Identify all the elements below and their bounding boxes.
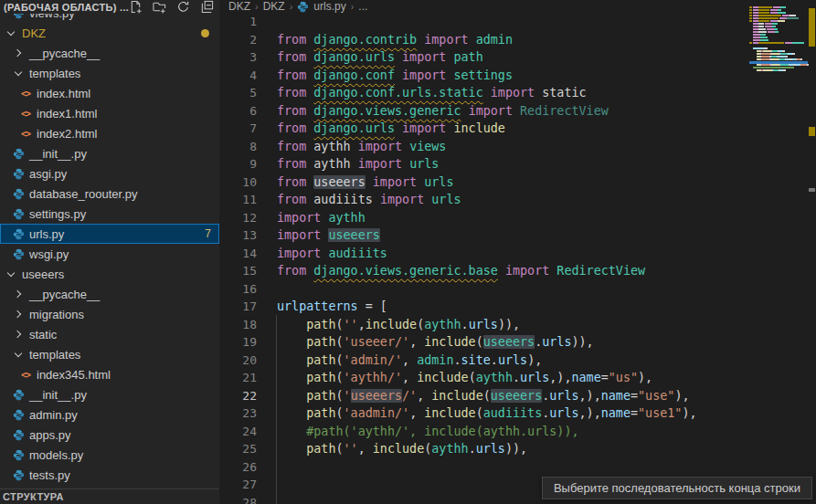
tree-item-migrations[interactable]: migrations [0, 304, 219, 324]
code-line: 6from django.views.generic import Redire… [219, 102, 816, 121]
outline-label: СТРУКТУРА [3, 491, 64, 502]
tree-item-dkz[interactable]: DKZ [0, 23, 219, 43]
tree-item-label: __pycache__ [29, 288, 100, 301]
line-number: 15 [219, 262, 257, 280]
python-file-icon [11, 389, 26, 401]
tree-item-useeers[interactable]: useeers [0, 264, 219, 284]
breadcrumb-separator: › [351, 1, 355, 12]
collapse-all-icon[interactable] [200, 0, 214, 14]
code-line: 16 [219, 280, 816, 299]
tree-item-label: useeers [22, 268, 64, 281]
line-number: 16 [219, 280, 257, 299]
code-area[interactable]: 12from django.contrib import admin3from … [219, 13, 816, 504]
breadcrumb-separator: › [290, 1, 293, 12]
code-line: 5from django.conf.urls.static import sta… [219, 84, 816, 102]
tree-item-urls-py[interactable]: urls.py7 [0, 224, 219, 244]
code-line: 20 path('admin/', admin.site.urls), [219, 352, 816, 370]
new-file-icon[interactable] [129, 0, 143, 14]
line-number: 17 [219, 298, 257, 316]
tree-item-tests-py[interactable]: tests.py [0, 465, 219, 485]
tree-item-label: urls.py [29, 227, 64, 241]
code-line: 3from django.urls import path [219, 48, 816, 67]
tree-item--init-py[interactable]: __init__.py [0, 384, 219, 404]
breadcrumb-item[interactable]: urls.py [313, 0, 345, 13]
chevron-expanded-icon [7, 27, 15, 35]
tree-item-label: static [29, 328, 57, 341]
code-line: 11from audiiits import urls [219, 191, 816, 209]
line-number: 26 [219, 458, 257, 477]
tree-item-models-py[interactable]: models.py [0, 445, 219, 465]
code-text: from django.views.generic import Redirec… [277, 102, 609, 121]
tree-item-templates[interactable]: templates [0, 344, 219, 364]
tree-item-label: index2.html [37, 127, 97, 141]
tree-item-label: admin.py [29, 408, 78, 422]
python-file-icon [11, 208, 26, 220]
tree-item-admin-py[interactable]: admin.py [0, 404, 219, 425]
chevron-expanded-icon [15, 68, 22, 75]
tree-item-index2-html[interactable]: <>index2.html [0, 123, 219, 143]
workspace-section-header[interactable]: (РАБОЧАЯ ОБЛАСТЬ) ... [0, 0, 219, 14]
line-number: 9 [219, 155, 257, 173]
tree-item-asgi-py[interactable]: asgi.py [0, 163, 219, 184]
explorer-sidebar: views.pyDKZ__pycache__templates<>index.h… [0, 0, 219, 504]
tree-item-label: models.py [29, 448, 83, 462]
line-number: 11 [219, 191, 257, 209]
tree-item-settings-py[interactable]: settings.py [0, 204, 219, 224]
tree-item-templates[interactable]: templates [0, 63, 219, 83]
line-number: 27 [219, 476, 257, 494]
line-number: 18 [219, 316, 257, 334]
code-text: path('',include(aythh.urls)), [277, 316, 520, 334]
indent-guide [276, 315, 277, 504]
ruler-marker [809, 188, 815, 192]
line-number: 24 [219, 423, 257, 441]
chevron-collapsed-icon [14, 49, 21, 57]
line-number: 19 [219, 333, 257, 352]
code-text: from aythh import urls [277, 155, 439, 173]
tree-item-label: index.html [37, 87, 90, 100]
code-line: 10from useeers import urls [219, 173, 816, 192]
code-line: 14import audiiits [219, 245, 816, 263]
python-file-icon [11, 148, 26, 160]
chevron-expanded-icon [15, 349, 22, 356]
html-file-icon: <> [18, 129, 33, 139]
tree-item-database-roouter-py[interactable]: database_roouter.py [0, 184, 219, 204]
code-text: import aythh [277, 209, 366, 227]
line-number: 13 [219, 226, 257, 245]
line-number: 20 [219, 352, 257, 370]
code-line: 26 [219, 458, 816, 477]
overview-ruler[interactable] [808, 0, 816, 504]
ruler-marker [809, 8, 815, 47]
code-text: #path('aythh/', include(aythh.urls)), [277, 423, 579, 441]
tree-item-index1-html[interactable]: <>index1.html [0, 103, 219, 123]
line-number: 23 [219, 404, 257, 423]
ruler-marker [809, 127, 815, 136]
code-text: path('', include(aythh.urls)), [277, 440, 527, 458]
python-file-icon [11, 168, 26, 180]
code-text: from django.conf import settings [277, 67, 513, 85]
editor-pane[interactable]: DKZ›DKZ›urls.py›... 12from django.contri… [219, 0, 816, 504]
tree-item-label: tests.py [29, 468, 70, 482]
tree-item-index-html[interactable]: <>index.html [0, 83, 219, 103]
minimap[interactable] [749, 0, 808, 504]
tree-item-static[interactable]: static [0, 324, 219, 344]
code-line: 22 path('useeers/', include(useeers.urls… [219, 387, 816, 405]
tree-item-index345-html[interactable]: <>index345.html [0, 364, 219, 384]
new-folder-icon[interactable] [153, 0, 166, 14]
outline-section-header[interactable]: СТРУКТУРА [0, 488, 219, 504]
tree-item--pycache-[interactable]: __pycache__ [0, 284, 219, 304]
python-file-icon [11, 248, 26, 260]
tree-item-apps-py[interactable]: apps.py [0, 425, 219, 445]
line-number: 10 [219, 173, 257, 192]
code-text: from django.urls import path [277, 48, 483, 67]
breadcrumb-item[interactable]: DKZ [228, 0, 250, 13]
tree-item-wsgi-py[interactable]: wsgi.py [0, 244, 219, 264]
breadcrumb-item[interactable]: DKZ [263, 0, 285, 13]
chevron-collapsed-icon [14, 310, 21, 318]
refresh-icon[interactable] [176, 0, 190, 14]
code-text: import useeers [277, 226, 380, 245]
python-file-icon [11, 469, 26, 481]
breadcrumb-item[interactable]: ... [358, 0, 367, 13]
tree-item--init-py[interactable]: __init__.py [0, 143, 219, 163]
tree-item-label: apps.py [29, 428, 71, 442]
tree-item--pycache-[interactable]: __pycache__ [0, 43, 219, 63]
